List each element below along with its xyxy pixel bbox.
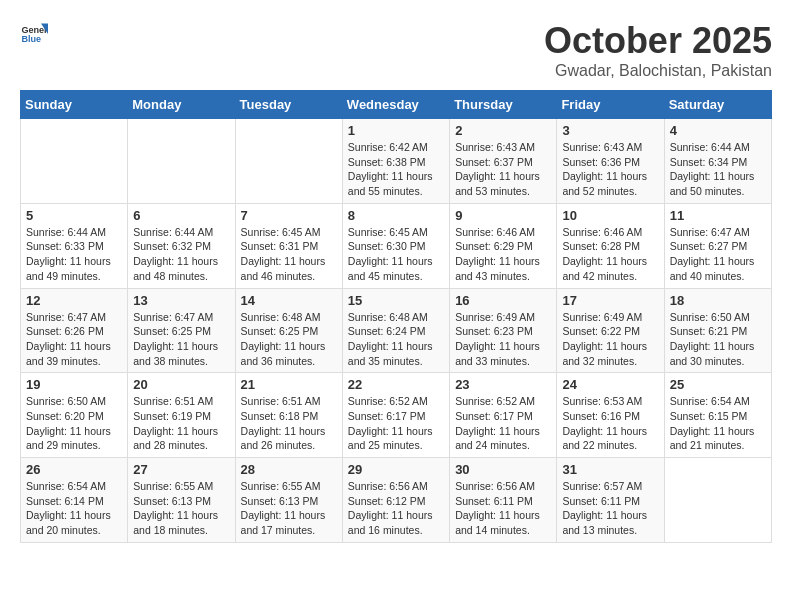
calendar-cell: 14Sunrise: 6:48 AM Sunset: 6:25 PM Dayli… <box>235 288 342 373</box>
day-number: 17 <box>562 293 658 308</box>
day-info: Sunrise: 6:44 AM Sunset: 6:33 PM Dayligh… <box>26 225 122 284</box>
calendar-cell: 27Sunrise: 6:55 AM Sunset: 6:13 PM Dayli… <box>128 458 235 543</box>
day-info: Sunrise: 6:54 AM Sunset: 6:14 PM Dayligh… <box>26 479 122 538</box>
calendar-cell: 5Sunrise: 6:44 AM Sunset: 6:33 PM Daylig… <box>21 203 128 288</box>
day-number: 18 <box>670 293 766 308</box>
day-number: 14 <box>241 293 337 308</box>
calendar-cell: 23Sunrise: 6:52 AM Sunset: 6:17 PM Dayli… <box>450 373 557 458</box>
day-number: 28 <box>241 462 337 477</box>
calendar-week-row: 26Sunrise: 6:54 AM Sunset: 6:14 PM Dayli… <box>21 458 772 543</box>
calendar-cell: 8Sunrise: 6:45 AM Sunset: 6:30 PM Daylig… <box>342 203 449 288</box>
calendar-week-row: 1Sunrise: 6:42 AM Sunset: 6:38 PM Daylig… <box>21 119 772 204</box>
day-number: 7 <box>241 208 337 223</box>
day-info: Sunrise: 6:46 AM Sunset: 6:29 PM Dayligh… <box>455 225 551 284</box>
day-info: Sunrise: 6:54 AM Sunset: 6:15 PM Dayligh… <box>670 394 766 453</box>
day-info: Sunrise: 6:50 AM Sunset: 6:20 PM Dayligh… <box>26 394 122 453</box>
calendar-cell: 24Sunrise: 6:53 AM Sunset: 6:16 PM Dayli… <box>557 373 664 458</box>
day-info: Sunrise: 6:49 AM Sunset: 6:23 PM Dayligh… <box>455 310 551 369</box>
day-info: Sunrise: 6:45 AM Sunset: 6:31 PM Dayligh… <box>241 225 337 284</box>
month-year: October 2025 <box>544 20 772 62</box>
day-number: 9 <box>455 208 551 223</box>
day-number: 20 <box>133 377 229 392</box>
calendar-cell <box>128 119 235 204</box>
calendar-cell: 29Sunrise: 6:56 AM Sunset: 6:12 PM Dayli… <box>342 458 449 543</box>
svg-text:Blue: Blue <box>21 34 41 44</box>
calendar-cell: 16Sunrise: 6:49 AM Sunset: 6:23 PM Dayli… <box>450 288 557 373</box>
calendar-cell: 30Sunrise: 6:56 AM Sunset: 6:11 PM Dayli… <box>450 458 557 543</box>
calendar-cell: 10Sunrise: 6:46 AM Sunset: 6:28 PM Dayli… <box>557 203 664 288</box>
day-number: 27 <box>133 462 229 477</box>
calendar-cell: 26Sunrise: 6:54 AM Sunset: 6:14 PM Dayli… <box>21 458 128 543</box>
day-info: Sunrise: 6:51 AM Sunset: 6:18 PM Dayligh… <box>241 394 337 453</box>
day-number: 26 <box>26 462 122 477</box>
day-number: 2 <box>455 123 551 138</box>
calendar-cell: 22Sunrise: 6:52 AM Sunset: 6:17 PM Dayli… <box>342 373 449 458</box>
page-header: General Blue October 2025 Gwadar, Baloch… <box>20 20 772 80</box>
day-info: Sunrise: 6:48 AM Sunset: 6:24 PM Dayligh… <box>348 310 444 369</box>
day-number: 10 <box>562 208 658 223</box>
calendar-cell: 17Sunrise: 6:49 AM Sunset: 6:22 PM Dayli… <box>557 288 664 373</box>
day-number: 19 <box>26 377 122 392</box>
day-info: Sunrise: 6:48 AM Sunset: 6:25 PM Dayligh… <box>241 310 337 369</box>
day-number: 4 <box>670 123 766 138</box>
weekday-header-cell: Tuesday <box>235 91 342 119</box>
day-number: 16 <box>455 293 551 308</box>
calendar-cell <box>664 458 771 543</box>
day-info: Sunrise: 6:49 AM Sunset: 6:22 PM Dayligh… <box>562 310 658 369</box>
day-number: 12 <box>26 293 122 308</box>
day-info: Sunrise: 6:47 AM Sunset: 6:25 PM Dayligh… <box>133 310 229 369</box>
calendar-cell: 28Sunrise: 6:55 AM Sunset: 6:13 PM Dayli… <box>235 458 342 543</box>
weekday-header-cell: Wednesday <box>342 91 449 119</box>
day-info: Sunrise: 6:51 AM Sunset: 6:19 PM Dayligh… <box>133 394 229 453</box>
weekday-header-cell: Sunday <box>21 91 128 119</box>
calendar-cell <box>21 119 128 204</box>
day-number: 6 <box>133 208 229 223</box>
day-info: Sunrise: 6:43 AM Sunset: 6:37 PM Dayligh… <box>455 140 551 199</box>
day-info: Sunrise: 6:46 AM Sunset: 6:28 PM Dayligh… <box>562 225 658 284</box>
day-number: 15 <box>348 293 444 308</box>
day-info: Sunrise: 6:44 AM Sunset: 6:34 PM Dayligh… <box>670 140 766 199</box>
weekday-header-cell: Monday <box>128 91 235 119</box>
calendar-week-row: 19Sunrise: 6:50 AM Sunset: 6:20 PM Dayli… <box>21 373 772 458</box>
day-info: Sunrise: 6:56 AM Sunset: 6:11 PM Dayligh… <box>455 479 551 538</box>
day-info: Sunrise: 6:52 AM Sunset: 6:17 PM Dayligh… <box>348 394 444 453</box>
day-number: 23 <box>455 377 551 392</box>
calendar-week-row: 12Sunrise: 6:47 AM Sunset: 6:26 PM Dayli… <box>21 288 772 373</box>
calendar-cell: 31Sunrise: 6:57 AM Sunset: 6:11 PM Dayli… <box>557 458 664 543</box>
calendar-cell: 2Sunrise: 6:43 AM Sunset: 6:37 PM Daylig… <box>450 119 557 204</box>
day-number: 22 <box>348 377 444 392</box>
calendar-cell: 12Sunrise: 6:47 AM Sunset: 6:26 PM Dayli… <box>21 288 128 373</box>
day-number: 31 <box>562 462 658 477</box>
calendar-cell: 21Sunrise: 6:51 AM Sunset: 6:18 PM Dayli… <box>235 373 342 458</box>
day-info: Sunrise: 6:56 AM Sunset: 6:12 PM Dayligh… <box>348 479 444 538</box>
day-number: 13 <box>133 293 229 308</box>
day-number: 3 <box>562 123 658 138</box>
weekday-header-cell: Thursday <box>450 91 557 119</box>
day-number: 8 <box>348 208 444 223</box>
day-info: Sunrise: 6:57 AM Sunset: 6:11 PM Dayligh… <box>562 479 658 538</box>
calendar-cell: 18Sunrise: 6:50 AM Sunset: 6:21 PM Dayli… <box>664 288 771 373</box>
day-info: Sunrise: 6:53 AM Sunset: 6:16 PM Dayligh… <box>562 394 658 453</box>
calendar-cell: 11Sunrise: 6:47 AM Sunset: 6:27 PM Dayli… <box>664 203 771 288</box>
calendar-cell: 20Sunrise: 6:51 AM Sunset: 6:19 PM Dayli… <box>128 373 235 458</box>
calendar-cell: 3Sunrise: 6:43 AM Sunset: 6:36 PM Daylig… <box>557 119 664 204</box>
calendar-cell <box>235 119 342 204</box>
weekday-header-cell: Saturday <box>664 91 771 119</box>
day-info: Sunrise: 6:42 AM Sunset: 6:38 PM Dayligh… <box>348 140 444 199</box>
day-number: 24 <box>562 377 658 392</box>
calendar-cell: 1Sunrise: 6:42 AM Sunset: 6:38 PM Daylig… <box>342 119 449 204</box>
calendar-cell: 4Sunrise: 6:44 AM Sunset: 6:34 PM Daylig… <box>664 119 771 204</box>
day-info: Sunrise: 6:47 AM Sunset: 6:27 PM Dayligh… <box>670 225 766 284</box>
weekday-header-row: SundayMondayTuesdayWednesdayThursdayFrid… <box>21 91 772 119</box>
location: Gwadar, Balochistan, Pakistan <box>544 62 772 80</box>
calendar-table: SundayMondayTuesdayWednesdayThursdayFrid… <box>20 90 772 543</box>
day-info: Sunrise: 6:52 AM Sunset: 6:17 PM Dayligh… <box>455 394 551 453</box>
calendar-cell: 19Sunrise: 6:50 AM Sunset: 6:20 PM Dayli… <box>21 373 128 458</box>
weekday-header-cell: Friday <box>557 91 664 119</box>
calendar-cell: 25Sunrise: 6:54 AM Sunset: 6:15 PM Dayli… <box>664 373 771 458</box>
calendar-cell: 13Sunrise: 6:47 AM Sunset: 6:25 PM Dayli… <box>128 288 235 373</box>
day-number: 29 <box>348 462 444 477</box>
day-info: Sunrise: 6:45 AM Sunset: 6:30 PM Dayligh… <box>348 225 444 284</box>
day-number: 21 <box>241 377 337 392</box>
day-number: 30 <box>455 462 551 477</box>
